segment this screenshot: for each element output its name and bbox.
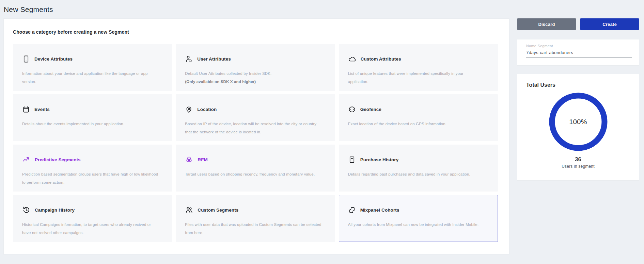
users-icon xyxy=(185,206,193,214)
category-card-campaign-history[interactable]: Campaign HistoryHistorical Campaigns inf… xyxy=(13,195,172,242)
users-count: 36 xyxy=(517,156,639,163)
category-card-header: Location xyxy=(185,105,326,114)
category-description: Default User Attributes collected by Ins… xyxy=(185,70,322,86)
category-title: Predictive Segments xyxy=(35,157,81,162)
category-card-events[interactable]: EventsDetails about the events implement… xyxy=(13,94,172,141)
category-card-header: Predictive Segments xyxy=(22,155,163,164)
category-title: User Attributes xyxy=(197,56,231,62)
page-title: New Segments xyxy=(4,5,53,14)
category-description: Exact location of the device based on GP… xyxy=(348,120,485,128)
category-description: Prediction based segmentation groups use… xyxy=(22,170,159,186)
category-description: All your cohorts from Mixpanel can now b… xyxy=(348,221,485,229)
category-title: Geofence xyxy=(360,107,381,112)
category-card-header: Mixpanel Cohorts xyxy=(348,205,489,214)
category-title: Custom Segments xyxy=(198,208,238,213)
category-title: Location xyxy=(197,107,217,112)
category-description: Historical Campaigns information, to tar… xyxy=(22,221,159,237)
category-card-custom-segments[interactable]: Custom SegmentsFiles with user data that… xyxy=(176,195,335,242)
name-segment-label: Name Segment xyxy=(526,44,632,48)
users-count-caption: Users in segment xyxy=(517,164,639,169)
category-description: Files with user data that was uploaded i… xyxy=(185,221,322,237)
category-grid: Device AttributesInformation about your … xyxy=(13,44,498,242)
category-description: List of unique features that were implem… xyxy=(348,70,485,86)
category-card-header: Geofence xyxy=(348,105,489,114)
rfm-venn-icon xyxy=(185,155,193,164)
category-card-header: Events xyxy=(22,105,163,114)
sidebar: Discard Create Name Segment Total Users … xyxy=(517,18,639,181)
category-card-predictive-segments[interactable]: Predictive SegmentsPrediction based segm… xyxy=(13,145,172,192)
category-description: Information about your device and applic… xyxy=(22,70,159,86)
total-users-heading: Total Users xyxy=(526,82,639,88)
category-card-rfm[interactable]: RFMTarget users based on shopping recenc… xyxy=(176,145,335,192)
map-pin-icon xyxy=(185,105,193,113)
category-title: RFM xyxy=(198,157,208,162)
category-card-purchase-history[interactable]: Purchase HistoryDetails regarding past p… xyxy=(339,145,498,192)
category-title: Campaign History xyxy=(35,208,75,213)
category-card-header: Purchase History xyxy=(348,155,489,164)
category-description-note: (Only available on SDK X and higher) xyxy=(185,78,322,86)
category-description: Target users based on shopping recency, … xyxy=(185,170,322,179)
category-title: Custom Attributes xyxy=(361,56,401,62)
category-card-header: RFM xyxy=(185,155,326,164)
category-card-device-attributes[interactable]: Device AttributesInformation about your … xyxy=(13,44,172,91)
geofence-icon xyxy=(348,105,356,113)
discard-button[interactable]: Discard xyxy=(517,18,576,30)
panel-heading: Choose a category before creating a new … xyxy=(13,29,129,35)
name-segment-card: Name Segment xyxy=(517,39,639,66)
cloud-icon xyxy=(348,55,356,63)
category-title: Mixpanel Cohorts xyxy=(360,208,399,213)
total-users-donut: 100% xyxy=(548,92,608,152)
category-title: Device Attributes xyxy=(34,56,73,62)
action-buttons: Discard Create xyxy=(517,18,639,30)
user-icon xyxy=(185,55,193,63)
category-card-header: Campaign History xyxy=(22,205,163,214)
device-icon xyxy=(22,55,30,63)
trend-up-icon xyxy=(22,155,30,164)
total-users-card: Total Users 100% 36 Users in segment xyxy=(517,74,639,181)
create-button[interactable]: Create xyxy=(580,18,639,30)
category-card-header: Custom Attributes xyxy=(348,54,489,63)
receipt-icon xyxy=(348,156,356,164)
category-card-user-attributes[interactable]: User AttributesDefault User Attributes c… xyxy=(176,44,335,91)
history-clock-icon xyxy=(22,206,30,214)
category-card-geofence[interactable]: GeofenceExact location of the device bas… xyxy=(339,94,498,141)
category-card-location[interactable]: LocationBased on IP of the device, locat… xyxy=(176,94,335,141)
category-panel: Choose a category before creating a new … xyxy=(3,18,509,254)
category-card-header: Custom Segments xyxy=(185,205,326,214)
category-title: Purchase History xyxy=(360,157,399,162)
name-segment-input[interactable] xyxy=(526,50,632,58)
category-title: Events xyxy=(34,107,50,112)
cohorts-icon xyxy=(348,206,356,214)
category-card-custom-attributes[interactable]: Custom AttributesList of unique features… xyxy=(339,44,498,91)
category-card-mixpanel-cohorts[interactable]: Mixpanel CohortsAll your cohorts from Mi… xyxy=(339,195,498,242)
category-card-header: Device Attributes xyxy=(22,54,163,63)
category-card-header: User Attributes xyxy=(185,54,326,63)
calendar-icon xyxy=(22,105,30,113)
category-description: Based on IP of the device, location will… xyxy=(185,120,322,136)
donut-percent-label: 100% xyxy=(548,92,608,152)
category-description: Details about the events implemented in … xyxy=(22,120,159,128)
category-description: Details regarding past purchases and dat… xyxy=(348,170,485,179)
